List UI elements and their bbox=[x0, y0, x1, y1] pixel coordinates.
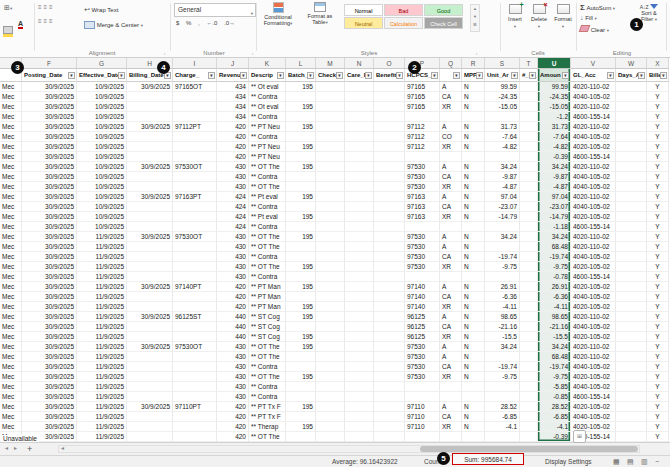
grid-cell[interactable]: 4040-105-02 bbox=[571, 412, 616, 422]
grid-cell[interactable]: Y bbox=[647, 392, 669, 402]
grid-cell[interactable] bbox=[440, 392, 462, 402]
grid-cell[interactable]: N bbox=[462, 82, 485, 92]
grid-cell[interactable]: 4600-155-14 bbox=[571, 222, 616, 232]
grid-cell[interactable]: 11/9/2025 bbox=[77, 282, 127, 292]
grid-cell[interactable]: ** OT The bbox=[249, 262, 286, 272]
grid-cell[interactable] bbox=[374, 432, 405, 442]
grid-cell[interactable]: Mec bbox=[0, 402, 22, 412]
grid-cell[interactable]: Mec bbox=[0, 132, 22, 142]
grid-cell[interactable] bbox=[127, 152, 173, 162]
grid-cell[interactable]: 11/9/2025 bbox=[77, 332, 127, 342]
grid-cell[interactable] bbox=[462, 112, 485, 122]
grid-cell[interactable]: CA bbox=[440, 362, 462, 372]
grid-cell[interactable]: 434 bbox=[217, 82, 249, 92]
grid-cell[interactable]: 97110 bbox=[405, 402, 440, 412]
grid-cell[interactable]: Y bbox=[647, 332, 669, 342]
grid-cell[interactable]: 195 bbox=[286, 122, 316, 132]
grid-cell[interactable]: ** PT Tx F bbox=[249, 412, 286, 422]
grid-cell[interactable] bbox=[440, 152, 462, 162]
grid-cell[interactable] bbox=[616, 422, 647, 432]
grid-cell[interactable]: 195 bbox=[286, 192, 316, 202]
grid-cell[interactable]: -21.16 bbox=[538, 322, 571, 332]
grid-cell[interactable]: ** PT Man bbox=[249, 292, 286, 302]
grid-cell[interactable]: -0.85 bbox=[538, 392, 571, 402]
grid-cell[interactable]: CA bbox=[440, 322, 462, 332]
grid-cell[interactable]: N bbox=[462, 412, 485, 422]
grid-cell[interactable]: -4.87 bbox=[485, 182, 520, 192]
grid-cell[interactable] bbox=[616, 122, 647, 132]
grid-cell[interactable]: ** PT Tx F bbox=[249, 402, 286, 412]
grid-cell[interactable] bbox=[485, 432, 520, 442]
grid-cell[interactable] bbox=[374, 112, 405, 122]
grid-cell[interactable] bbox=[173, 272, 217, 282]
grid-cell[interactable]: 34.24 bbox=[538, 162, 571, 172]
field-header-cell[interactable]: Batch_I▾ bbox=[286, 69, 316, 82]
grid-cell[interactable] bbox=[374, 192, 405, 202]
grid-cell[interactable] bbox=[405, 272, 440, 282]
grid-cell[interactable] bbox=[286, 382, 316, 392]
grid-cell[interactable]: 440 bbox=[217, 322, 249, 332]
grid-cell[interactable]: 30/9/2025 bbox=[22, 402, 77, 412]
grid-cell[interactable] bbox=[520, 212, 538, 222]
grid-cell[interactable]: 4020-105-02 bbox=[571, 282, 616, 292]
grid-cell[interactable]: Mec bbox=[0, 102, 22, 112]
grid-cell[interactable]: -19.74 bbox=[538, 252, 571, 262]
grid-cell[interactable]: N bbox=[462, 202, 485, 212]
grid-cell[interactable]: A bbox=[440, 242, 462, 252]
grid-cell[interactable]: ** Contra bbox=[249, 92, 286, 102]
grid-cell[interactable]: 30/9/2025 bbox=[127, 402, 173, 412]
grid-cell[interactable]: -14.79 bbox=[538, 212, 571, 222]
grid-cell[interactable] bbox=[520, 412, 538, 422]
grid-cell[interactable]: 4600-155-14 bbox=[571, 392, 616, 402]
grid-cell[interactable] bbox=[316, 322, 345, 332]
grid-cell[interactable] bbox=[345, 372, 374, 382]
grid-cell[interactable] bbox=[345, 172, 374, 182]
grid-cell[interactable] bbox=[345, 142, 374, 152]
grid-cell[interactable]: CA bbox=[440, 172, 462, 182]
fill-color-icon[interactable] bbox=[3, 20, 13, 38]
grid-cell[interactable] bbox=[374, 212, 405, 222]
grid-cell[interactable] bbox=[286, 252, 316, 262]
grid-cell[interactable] bbox=[616, 292, 647, 302]
grid-cell[interactable] bbox=[405, 112, 440, 122]
grid-cell[interactable]: Y bbox=[647, 282, 669, 292]
grid-cell[interactable]: Mec bbox=[0, 342, 22, 352]
grid-cell[interactable]: -4.11 bbox=[485, 302, 520, 312]
grid-cell[interactable] bbox=[345, 432, 374, 442]
grid-cell[interactable] bbox=[616, 132, 647, 142]
grid-cell[interactable]: -15.05 bbox=[538, 102, 571, 112]
grid-cell[interactable]: Y bbox=[647, 322, 669, 332]
filter-icon[interactable]: ▾ bbox=[476, 72, 483, 79]
grid-cell[interactable] bbox=[374, 82, 405, 92]
grid-cell[interactable]: 4020-110-02 bbox=[571, 312, 616, 322]
grid-cell[interactable] bbox=[462, 272, 485, 282]
grid-cell[interactable] bbox=[616, 352, 647, 362]
grid-cell[interactable]: Y bbox=[647, 192, 669, 202]
field-header-cell[interactable]: GL_Acc▾ bbox=[571, 69, 616, 82]
grid-cell[interactable]: 10/9/2025 bbox=[77, 222, 127, 232]
grid-cell[interactable]: 4020-105-02 bbox=[571, 212, 616, 222]
column-header-letter[interactable]: T bbox=[520, 58, 538, 69]
grid-cell[interactable]: A bbox=[440, 162, 462, 172]
filter-icon[interactable]: ▾ bbox=[638, 72, 645, 79]
grid-cell[interactable]: 97110PT bbox=[173, 402, 217, 412]
align-top-icons[interactable]: ≡≡≡ bbox=[38, 4, 55, 10]
filter-icon[interactable]: ▾ bbox=[307, 72, 314, 79]
page-break-view-icon[interactable]: ▥ bbox=[641, 458, 648, 466]
grid-cell[interactable]: 420 bbox=[217, 422, 249, 432]
grid-cell[interactable] bbox=[462, 152, 485, 162]
grid-cell[interactable]: 96125 bbox=[405, 322, 440, 332]
grid-cell[interactable]: Mec bbox=[0, 112, 22, 122]
grid-cell[interactable] bbox=[173, 292, 217, 302]
grid-cell[interactable]: 30/9/2025 bbox=[22, 272, 77, 282]
grid-cell[interactable]: A bbox=[440, 122, 462, 132]
grid-cell[interactable] bbox=[520, 112, 538, 122]
grid-cell[interactable] bbox=[616, 432, 647, 442]
grid-cell[interactable]: 4600-155-14 bbox=[571, 152, 616, 162]
grid-cell[interactable] bbox=[345, 302, 374, 312]
grid-cell[interactable] bbox=[616, 342, 647, 352]
grid-cell[interactable]: 430 bbox=[217, 162, 249, 172]
grid-cell[interactable]: 30/9/2025 bbox=[22, 212, 77, 222]
grid-cell[interactable] bbox=[616, 302, 647, 312]
grid-cell[interactable]: Mec bbox=[0, 152, 22, 162]
